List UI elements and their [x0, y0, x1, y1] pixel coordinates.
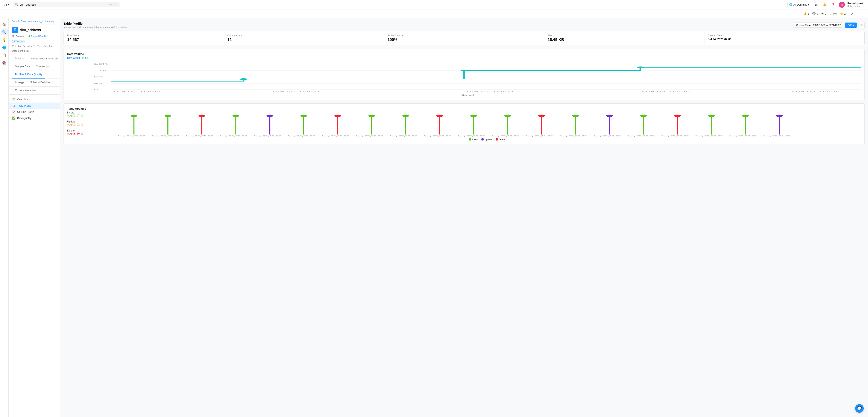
retention-edit-icon[interactable]: ✏	[33, 44, 35, 47]
breadcrumb-ecommerce[interactable]: ecommerce_db	[28, 20, 44, 23]
settings-icon: ⚙	[860, 23, 863, 27]
svg-point-51	[674, 115, 681, 117]
nav-data-quality[interactable]: ✅ Data Quality	[8, 115, 60, 121]
sidebar-icon-domains[interactable]: 🌐	[1, 44, 8, 51]
notification-button[interactable]: 🔔	[822, 2, 828, 8]
tier-edit-icon[interactable]: ✏	[21, 40, 23, 43]
topbar-right: 🌐 All Domains ▾ EN 🔔 ❓ R Rounakpreet.d D…	[787, 2, 865, 8]
svg-text:Aug 09,07:30: Aug 09,07:30	[728, 135, 757, 137]
svg-text:Aug 05,05:30: Aug 05,05:30	[185, 135, 213, 137]
svg-point-57	[776, 115, 783, 117]
tab-activity[interactable]: Activity Feeds & Tasks 8	[28, 55, 60, 63]
svg-point-25	[232, 115, 239, 117]
section-controls: Custom Range: 2022-10-01 -> 2024-10-22 A…	[794, 22, 865, 28]
svg-text:Aug 05,03:30: Aug 05,03:30	[151, 135, 179, 137]
left-panel: Sample Data / ecommerce_db / shopify 🗄 d…	[8, 18, 60, 417]
comments-action[interactable]: 💬 0	[812, 12, 818, 15]
svg-point-31	[334, 115, 341, 117]
action-bar: 👍 2 💬 0 👁 0 ⏱ 0.6 ⭐ 2 ↗ ⋯	[0, 9, 868, 18]
svg-point-10	[240, 78, 247, 80]
stat-created-date-label: Created Date	[708, 34, 861, 37]
watches-action[interactable]: 👁 0	[822, 12, 826, 15]
nav-overview[interactable]: 📋 Overview	[8, 96, 60, 102]
svg-point-33	[368, 115, 375, 117]
table-profile-icon: 📊	[12, 104, 16, 107]
svg-point-37	[436, 115, 443, 117]
share-button[interactable]: ↗	[849, 11, 855, 17]
search-input[interactable]	[20, 3, 108, 6]
nav-column-profile[interactable]: 📈 Column Profile	[8, 109, 60, 115]
row-count-legend-label: → Row Count	[459, 94, 474, 96]
tab-sample-data[interactable]: Sample Data	[12, 63, 33, 71]
nav-table-profile[interactable]: 📊 Table Profile	[8, 102, 60, 109]
tab-schema-def[interactable]: Schema Definition	[27, 79, 54, 87]
sidebar-icon-search[interactable]: 🔍	[1, 29, 8, 35]
comments-count: 0	[816, 12, 818, 15]
svg-point-55	[742, 115, 749, 117]
stat-row-count-value: 14,567	[67, 37, 220, 42]
table-updates-title: Table Updates	[67, 107, 861, 110]
content-area: Table Profile Monitor and understand you…	[60, 18, 868, 417]
updates-grid: Insert Aug 09, 07:30 Update Aug 09, 01:3…	[67, 111, 861, 141]
svg-text:Aug 05,09:30: Aug 05,09:30	[219, 135, 247, 137]
update-item: Update Aug 09, 01:30	[67, 120, 110, 126]
svg-point-41	[504, 115, 511, 117]
breadcrumb-shopify[interactable]: shopify	[47, 20, 54, 23]
date-range-button[interactable]: Custom Range: 2022-10-01 -> 2024-10-22	[794, 23, 843, 28]
settings-button[interactable]: ⚙	[859, 22, 865, 28]
sidebar-icon-docs[interactable]: 📚	[1, 59, 8, 66]
svg-text:Aug 07,03:30: Aug 07,03:30	[423, 135, 451, 137]
avatar[interactable]: R	[839, 2, 845, 8]
breadcrumb-sample-data[interactable]: Sample Data	[12, 20, 26, 23]
owner-edit-icon[interactable]: ✏	[46, 35, 49, 37]
stars-action[interactable]: ⭐ 2	[840, 12, 846, 15]
tabs-4: Lineage Schema Definition	[8, 79, 60, 87]
sidebar-icon-home[interactable]: 🏠	[1, 21, 8, 28]
insert-legend-label: Insert	[472, 138, 478, 141]
sidebar-icons: 🏠 🔍 💡 🌐 📋 📚	[0, 18, 8, 417]
likes-action[interactable]: 👍 2	[804, 12, 809, 15]
svg-text:Aug 04,03:30: Aug 04,03:30	[117, 135, 145, 137]
user-name: Rounakpreet.d	[847, 2, 865, 5]
entity-meta: No Domain ✏ Prajwal Pandit ✏ 2 Tier1 ✏	[12, 35, 57, 43]
delete-legend-label: Delete	[499, 138, 505, 141]
globe-icon: 🌐	[789, 3, 793, 6]
svg-text:Aug 06,03:30: Aug 06,03:30	[287, 135, 315, 137]
add-button[interactable]: Add ▾	[845, 23, 857, 28]
more-button[interactable]: ⋯	[859, 11, 865, 17]
domain-edit-icon[interactable]: ✏	[25, 35, 26, 37]
search-box[interactable]: 🔍 ⌘ ✕	[13, 2, 120, 7]
svg-text:Aug 09,06:30: Aug 09,06:30	[694, 135, 723, 137]
section-header: Table Profile Monitor and understand you…	[64, 22, 865, 28]
tab-schema[interactable]: Schema	[12, 55, 28, 63]
tabs-2: Sample Data Queries 0	[8, 63, 60, 71]
tab-lineage[interactable]: Lineage	[12, 79, 27, 87]
tab-profiler[interactable]: Profiler & Data Quality	[12, 71, 45, 78]
type-label: All	[4, 3, 7, 6]
lang-button[interactable]: EN	[814, 2, 819, 7]
tabs-3: Profiler & Data Quality	[8, 71, 60, 79]
kbd-close: ✕	[114, 3, 118, 6]
tab-custom[interactable]: Custom Properties	[12, 87, 39, 94]
data-volume-legend: → Row Count	[67, 94, 861, 96]
help-button[interactable]: ❓	[830, 2, 836, 8]
column-profile-icon: 📈	[12, 110, 16, 114]
layout: 🏠 🔍 💡 🌐 📋 📚 Sample Data / ecommerce_db /…	[0, 18, 868, 417]
tab-queries[interactable]: Queries 0	[33, 63, 53, 71]
updates-svg: Aug 04,03:30 Aug 05,03:30 Aug 05,05:30 A…	[114, 111, 861, 137]
sidebar-icon-explore[interactable]: 💡	[1, 36, 8, 43]
legend-delete: Delete	[496, 138, 505, 141]
domain-selector[interactable]: 🌐 All Domains ▾	[787, 2, 811, 7]
rating-icon: ⏱	[830, 12, 832, 15]
breadcrumb-sep2: /	[45, 20, 46, 23]
add-label: Add	[847, 24, 852, 27]
rating-action[interactable]: ⏱ 0.6	[830, 12, 837, 15]
usage-tag: Usage: 0th pctile	[12, 50, 30, 52]
chat-bubble[interactable]: 💬	[855, 404, 864, 413]
sidebar-icon-tasks[interactable]: 📋	[1, 52, 8, 59]
svg-text:Aug 05, 03:30: Aug 05, 03:30	[111, 91, 160, 92]
stat-column-count-label: Column Count	[227, 34, 380, 37]
eye-icon: 👁	[822, 12, 824, 15]
type-selector[interactable]: All ▾	[3, 2, 11, 7]
breadcrumb-sep1: /	[27, 20, 27, 23]
